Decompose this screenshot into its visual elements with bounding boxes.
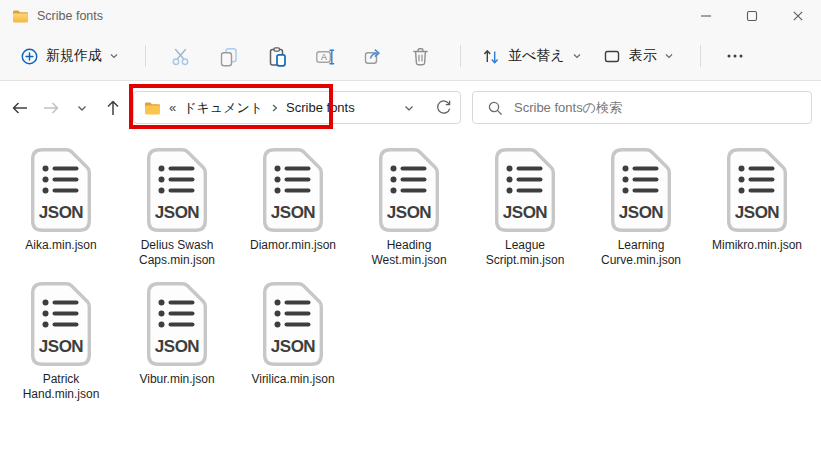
file-name-line: Hand.min.json xyxy=(23,387,100,402)
paste-icon xyxy=(266,46,287,67)
file-item[interactable]: JSON Aika.min.json xyxy=(3,147,119,268)
json-file-icon: JSON xyxy=(262,281,324,367)
toolbar-separator xyxy=(700,45,701,67)
breadcrumb-item-documents[interactable]: ドキュメント xyxy=(176,99,270,117)
address-dropdown-button[interactable] xyxy=(396,94,422,122)
titlebar: Scribe fonts xyxy=(0,0,821,32)
file-type-label: JSON xyxy=(387,203,432,222)
forward-button[interactable] xyxy=(35,91,66,124)
file-name-line: Heading xyxy=(371,238,446,253)
up-icon xyxy=(103,98,123,118)
delete-button[interactable] xyxy=(400,39,440,73)
topbar: Scribe fonts 新規作成 xyxy=(0,0,821,81)
file-name-line: Vibur.min.json xyxy=(139,372,214,387)
file-name-line: Patrick xyxy=(23,372,100,387)
svg-text:A: A xyxy=(321,52,327,62)
json-file-icon: JSON xyxy=(146,147,208,233)
search-input[interactable] xyxy=(512,99,811,116)
history-dropdown-button[interactable] xyxy=(66,91,97,124)
rename-icon: A xyxy=(314,46,335,67)
view-label: 表示 xyxy=(629,47,657,65)
file-name-line: Script.min.json xyxy=(486,253,565,268)
file-item[interactable]: JSON PatrickHand.min.json xyxy=(3,281,119,402)
file-explorer-window: Scribe fonts 新規作成 xyxy=(0,0,821,462)
command-bar: 新規作成 xyxy=(0,32,821,80)
file-name: PatrickHand.min.json xyxy=(23,372,100,402)
plus-circle-icon xyxy=(20,47,39,66)
json-file-icon: JSON xyxy=(146,281,208,367)
window-title: Scribe fonts xyxy=(37,9,103,23)
json-file-icon: JSON xyxy=(610,147,672,233)
refresh-icon xyxy=(435,99,452,116)
file-type-label: JSON xyxy=(619,203,664,222)
file-item[interactable]: JSON LearningCurve.min.json xyxy=(583,147,699,268)
file-name: Vibur.min.json xyxy=(139,372,214,387)
sort-label: 並べ替え xyxy=(508,47,565,65)
file-name-line: Curve.min.json xyxy=(601,253,681,268)
breadcrumb-item-current[interactable]: Scribe fonts xyxy=(279,100,362,115)
forward-icon xyxy=(41,98,61,118)
file-name: Virilica.min.json xyxy=(251,372,334,387)
cut-button[interactable] xyxy=(160,39,200,73)
up-button[interactable] xyxy=(97,91,128,124)
file-name-line: Aika.min.json xyxy=(25,238,96,253)
chevron-down-icon xyxy=(664,51,674,61)
close-icon xyxy=(791,9,805,23)
paste-button[interactable] xyxy=(256,39,296,73)
file-item[interactable]: JSON Mimikro.min.json xyxy=(699,147,815,268)
back-button[interactable] xyxy=(4,91,35,124)
file-item[interactable]: JSON Delius SwashCaps.min.json xyxy=(119,147,235,268)
cut-icon xyxy=(170,46,191,67)
json-file-icon: JSON xyxy=(30,147,92,233)
sort-button[interactable]: 並べ替え xyxy=(471,39,592,73)
file-type-label: JSON xyxy=(271,337,316,356)
chevron-down-icon xyxy=(109,51,119,61)
file-name-line: Virilica.min.json xyxy=(251,372,334,387)
file-name-line: Mimikro.min.json xyxy=(712,238,802,253)
rename-button[interactable]: A xyxy=(304,39,344,73)
json-file-icon: JSON xyxy=(494,147,556,233)
file-item[interactable]: JSON LeagueScript.min.json xyxy=(467,147,583,268)
json-file-icon: JSON xyxy=(262,147,324,233)
view-button[interactable]: 表示 xyxy=(592,39,684,73)
toolbar-separator xyxy=(145,45,146,67)
share-button[interactable] xyxy=(352,39,392,73)
file-type-label: JSON xyxy=(39,203,84,222)
file-item[interactable]: JSON Diamor.min.json xyxy=(235,147,351,268)
chevron-down-icon xyxy=(403,102,415,114)
search-icon xyxy=(487,100,503,116)
refresh-button[interactable] xyxy=(430,94,456,122)
breadcrumb-separator-icon xyxy=(270,103,279,113)
file-name-line: Delius Swash xyxy=(139,238,215,253)
navigation-bar: « ドキュメント Scribe fonts xyxy=(0,82,821,135)
file-item[interactable]: JSON Virilica.min.json xyxy=(235,281,351,402)
search-box xyxy=(472,91,812,124)
json-file-icon: JSON xyxy=(378,147,440,233)
file-type-label: JSON xyxy=(39,337,84,356)
copy-button[interactable] xyxy=(208,39,248,73)
chevron-down-icon xyxy=(76,102,88,114)
file-name: Delius SwashCaps.min.json xyxy=(139,238,215,268)
folder-icon xyxy=(12,9,29,23)
file-name: LearningCurve.min.json xyxy=(601,238,681,268)
file-name-line: West.min.json xyxy=(371,253,446,268)
maximize-icon xyxy=(745,9,759,23)
file-name: Mimikro.min.json xyxy=(712,238,802,253)
more-options-button[interactable] xyxy=(715,39,755,73)
breadcrumb-overflow[interactable]: « xyxy=(169,100,176,115)
json-file-icon: JSON xyxy=(30,281,92,367)
file-name-line: Caps.min.json xyxy=(139,253,215,268)
copy-icon xyxy=(218,46,239,67)
file-type-label: JSON xyxy=(735,203,780,222)
file-name-line: League xyxy=(486,238,565,253)
address-bar[interactable]: « ドキュメント Scribe fonts xyxy=(133,91,461,124)
new-button[interactable]: 新規作成 xyxy=(10,39,129,73)
file-item[interactable]: JSON Vibur.min.json xyxy=(119,281,235,402)
file-type-label: JSON xyxy=(503,203,548,222)
view-icon xyxy=(602,46,622,66)
file-type-label: JSON xyxy=(155,203,200,222)
minimize-button[interactable] xyxy=(683,0,729,32)
file-item[interactable]: JSON HeadingWest.min.json xyxy=(351,147,467,268)
close-button[interactable] xyxy=(775,0,821,32)
maximize-button[interactable] xyxy=(729,0,775,32)
